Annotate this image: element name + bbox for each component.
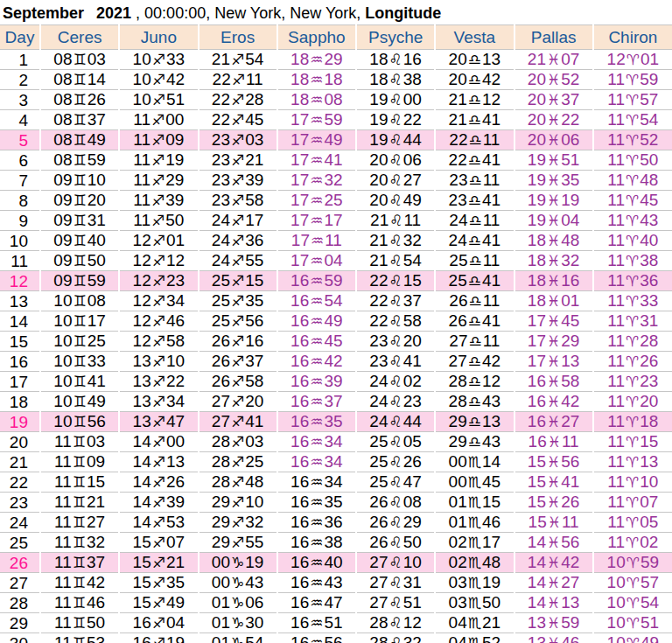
day-cell: 18 xyxy=(0,392,40,412)
position-cell: 15♐49 xyxy=(119,593,198,613)
minutes-value: 54 xyxy=(325,291,343,310)
position-cell: 10♊33 xyxy=(40,352,119,372)
aries-icon: ♈ xyxy=(626,393,639,410)
minutes-value: 32 xyxy=(325,171,343,189)
degrees-value: 14 xyxy=(133,493,151,511)
degrees-value: 16 xyxy=(290,513,309,531)
leo-icon: ♌ xyxy=(389,312,402,330)
position-cell: 20♎13 xyxy=(435,50,514,70)
day-cell: 6 xyxy=(0,150,40,171)
degrees-value: 10 xyxy=(53,412,72,430)
degrees-value: 04 xyxy=(449,613,467,632)
day-cell: 23 xyxy=(0,493,40,513)
position-cell: 15♓11 xyxy=(514,513,593,533)
sagittarius-icon: ♐ xyxy=(231,192,244,209)
minutes-value: 46 xyxy=(561,633,579,643)
minutes-value: 40 xyxy=(88,231,106,249)
minutes-value: 06 xyxy=(561,130,579,149)
position-cell: 25♌47 xyxy=(356,472,435,493)
position-cell: 16♒42 xyxy=(277,352,356,372)
minutes-value: 37 xyxy=(325,392,343,410)
minutes-value: 20 xyxy=(88,191,106,209)
day-cell: 24 xyxy=(0,513,40,533)
position-cell: 11♈07 xyxy=(593,493,672,513)
aquarius-icon: ♒ xyxy=(310,192,323,209)
sagittarius-icon: ♐ xyxy=(231,312,244,330)
libra-icon: ♎ xyxy=(468,252,481,269)
position-cell: 20♌27 xyxy=(356,171,435,191)
degrees-value: 18 xyxy=(528,251,546,269)
gemini-icon: ♊ xyxy=(73,594,86,612)
sagittarius-icon: ♐ xyxy=(152,534,165,551)
degrees-value: 28 xyxy=(369,633,388,643)
minutes-value: 33 xyxy=(88,352,106,370)
gemini-icon: ♊ xyxy=(74,373,87,390)
position-cell: 01♏46 xyxy=(435,513,514,533)
degrees-value: 17 xyxy=(290,130,309,149)
minutes-value: 42 xyxy=(482,70,500,88)
position-cell: 23♐39 xyxy=(199,171,277,191)
minutes-value: 43 xyxy=(245,573,263,591)
position-cell: 08♊03 xyxy=(40,50,119,70)
degrees-value: 22 xyxy=(212,90,230,108)
minutes-value: 04 xyxy=(561,211,579,229)
position-cell: 26♎41 xyxy=(435,311,514,332)
position-cell: 21♓07 xyxy=(514,50,593,70)
minutes-value: 46 xyxy=(166,311,185,330)
degrees-value: 20 xyxy=(528,90,546,108)
minutes-value: 19 xyxy=(165,150,184,169)
position-cell: 17♒59 xyxy=(277,110,356,130)
position-cell: 11♈20 xyxy=(593,392,672,412)
position-cell: 18♓32 xyxy=(514,251,593,271)
aquarius-icon: ♒ xyxy=(310,353,323,370)
degrees-value: 16 xyxy=(290,472,309,491)
position-cell: 18♒08 xyxy=(277,90,356,110)
position-cell: 17♓45 xyxy=(514,311,593,332)
position-cell: 26♌29 xyxy=(356,513,435,533)
position-cell: 14♐00 xyxy=(119,432,198,452)
scorpio-icon: ♏ xyxy=(468,453,481,471)
degrees-value: 11 xyxy=(607,311,625,330)
minutes-value: 27 xyxy=(561,412,579,430)
degrees-value: 11 xyxy=(54,493,72,511)
aries-icon: ♈ xyxy=(626,232,639,249)
position-cell: 28♎43 xyxy=(435,392,514,412)
position-cell: 14♐39 xyxy=(119,493,198,513)
degrees-value: 23 xyxy=(212,150,230,169)
leo-icon: ♌ xyxy=(389,393,402,410)
leo-icon: ♌ xyxy=(389,51,402,68)
table-row: 709♊1011♐2923♐3917♒3220♌2723♎1119♓3511♈4… xyxy=(0,171,672,191)
degrees-value: 24 xyxy=(212,251,230,269)
position-cell: 13♐22 xyxy=(119,372,198,392)
minutes-value: 32 xyxy=(561,251,579,269)
minutes-value: 00 xyxy=(165,110,184,129)
degrees-value: 11 xyxy=(54,533,72,551)
minutes-value: 25 xyxy=(325,191,343,209)
sagittarius-icon: ♐ xyxy=(152,453,165,471)
minutes-value: 53 xyxy=(166,513,185,531)
position-cell: 13♓59 xyxy=(514,613,593,633)
minutes-value: 41 xyxy=(482,271,500,290)
minutes-value: 17 xyxy=(325,211,343,229)
minutes-value: 01 xyxy=(640,50,659,68)
minutes-value: 35 xyxy=(325,493,343,511)
position-cell: 23♎41 xyxy=(435,191,514,211)
table-row: 2711♊4215♐3500♑4316♒4327♌3103♏1914♓2710♈… xyxy=(0,573,672,593)
table-row: 3011♊5316♐1901♑5416♒5628♌3204♏5213♓4610♈… xyxy=(0,633,672,643)
position-cell: 11♈54 xyxy=(593,110,672,130)
minutes-value: 42 xyxy=(325,352,343,370)
degrees-value: 28 xyxy=(369,613,388,632)
pisces-icon: ♓ xyxy=(547,151,560,169)
minutes-value: 07 xyxy=(640,493,658,511)
aquarius-icon: ♒ xyxy=(310,473,323,491)
day-cell: 19 xyxy=(0,412,40,432)
minutes-value: 50 xyxy=(165,211,184,229)
degrees-value: 18 xyxy=(290,70,309,88)
position-cell: 10♐51 xyxy=(119,90,198,110)
degrees-value: 15 xyxy=(133,533,151,551)
position-cell: 17♒25 xyxy=(277,191,356,211)
pisces-icon: ♓ xyxy=(547,554,560,571)
gemini-icon: ♊ xyxy=(74,232,87,249)
degrees-value: 13 xyxy=(133,372,151,390)
minutes-value: 34 xyxy=(166,392,185,410)
